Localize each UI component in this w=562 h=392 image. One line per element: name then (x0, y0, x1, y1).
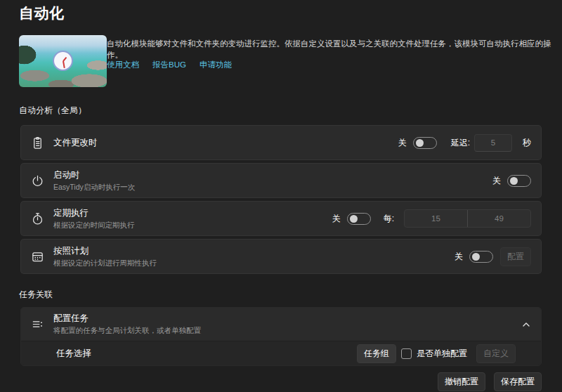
toggle-state-label: 关 (398, 137, 407, 149)
chevron-up-icon[interactable] (521, 320, 531, 329)
timer-icon (30, 211, 44, 226)
task-selection-row: 任务选择 任务组 是否单独配置 自定义 (21, 341, 541, 365)
periodic-toggle[interactable] (347, 213, 371, 225)
row-title: 文件更改时 (53, 137, 98, 149)
toggle-state-label: 关 (455, 251, 463, 263)
toggle-state-label: 关 (332, 213, 341, 225)
standalone-config-checkbox[interactable] (401, 348, 412, 359)
scheduled-toggle[interactable] (469, 251, 493, 263)
header-links: 使用文档 报告BUG 申请功能 (107, 60, 232, 70)
section-header-auto-analysis: 自动分析（全局） (19, 105, 86, 117)
section-header-task-association: 任务关联 (19, 289, 53, 301)
setting-row-scheduled: 按照计划 根据设定的计划进行周期性执行 关 配置 (20, 239, 542, 274)
save-config-button[interactable]: 保存配置 (494, 372, 542, 391)
delay-label: 延迟: (451, 137, 470, 149)
delay-unit-label: 秒 (523, 137, 531, 149)
standalone-config-label[interactable]: 是否单独配置 (417, 348, 467, 360)
module-description: 自动化模块能够对文件和文件夹的变动进行监控。依据自定义设置以及与之关联的文件处理… (107, 38, 556, 60)
interval-input-group (404, 209, 531, 228)
task-list-icon (30, 318, 44, 332)
power-icon (30, 174, 44, 188)
row-subtitle: 将配置的任务与全局计划关联，或者单独配置 (53, 326, 201, 336)
configure-tasks-header[interactable]: 配置任务 将配置的任务与全局计划关联，或者单独配置 (21, 308, 541, 341)
clock-minute-hand (63, 60, 65, 67)
setting-row-file-change: 文件更改时 关 延迟: 秒 (20, 125, 542, 160)
configure-tasks-expander: 配置任务 将配置的任务与全局计划关联，或者单独配置 任务选择 任务组 是否单独配… (20, 307, 542, 366)
page-title: 自动化 (19, 4, 65, 23)
toggle-knob (416, 139, 424, 147)
row-title: 配置任务 (53, 313, 201, 325)
link-request-feature[interactable]: 申请功能 (200, 60, 232, 70)
interval-input-1[interactable] (405, 210, 467, 227)
row-subtitle: 根据设定的时间定期执行 (53, 221, 135, 230)
clock-icon (53, 51, 73, 71)
setting-row-periodic: 定期执行 根据设定的时间定期执行 关 每: (20, 201, 542, 236)
module-thumbnail (19, 35, 107, 87)
schedule-config-button[interactable]: 配置 (500, 247, 531, 266)
setting-row-on-startup: 启动时 EasyTidy启动时执行一次 关 (20, 163, 542, 198)
toggle-state-label: 关 (492, 175, 501, 187)
file-change-toggle[interactable] (413, 137, 437, 149)
footer-actions: 撤销配置 保存配置 (438, 372, 542, 391)
row-title: 定期执行 (53, 207, 135, 219)
toggle-knob (510, 177, 518, 185)
task-selection-label: 任务选择 (56, 348, 91, 360)
row-title: 按照计划 (53, 245, 157, 257)
task-group-button[interactable]: 任务组 (357, 344, 396, 363)
toggle-knob (472, 253, 480, 261)
undo-config-button[interactable]: 撤销配置 (438, 372, 485, 391)
link-report-bug[interactable]: 报告BUG (152, 60, 186, 70)
every-label: 每: (384, 213, 394, 225)
row-subtitle: 根据设定的计划进行周期性执行 (53, 259, 157, 268)
row-subtitle: EasyTidy启动时执行一次 (53, 183, 135, 192)
toggle-knob (350, 215, 358, 223)
clipboard-icon (30, 136, 44, 150)
delay-input[interactable] (474, 134, 512, 152)
calendar-icon (30, 249, 44, 263)
link-docs[interactable]: 使用文档 (107, 60, 139, 70)
on-startup-toggle[interactable] (507, 175, 531, 187)
custom-button[interactable]: 自定义 (476, 344, 516, 363)
interval-input-2[interactable] (468, 210, 530, 227)
row-title: 启动时 (53, 169, 135, 181)
